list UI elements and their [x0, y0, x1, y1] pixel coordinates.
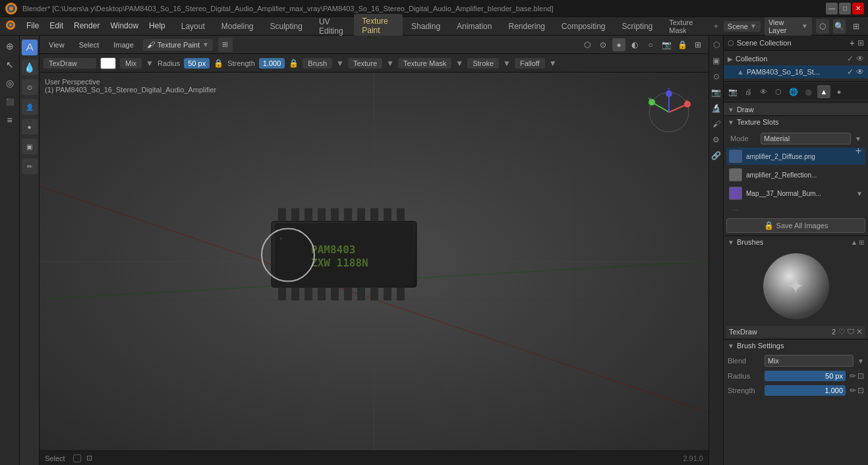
minimize-button[interactable]: — [826, 3, 838, 15]
menu-item-help[interactable]: Help [144, 18, 171, 33]
prop-mesh-icon[interactable]: ▲ [817, 85, 830, 98]
brushes-extra-icon[interactable]: ⊞ [859, 239, 864, 246]
radius-slider[interactable]: 50 px [765, 371, 846, 381]
tool-smear[interactable]: 👤 [22, 99, 38, 115]
scene-selector[interactable]: Scene ▼ [724, 21, 761, 32]
shading-solid[interactable]: ● [612, 38, 625, 51]
mode-value-selector[interactable]: Material [761, 133, 851, 144]
overlay-button[interactable]: ⊙ [596, 38, 610, 51]
radius-input[interactable]: 50 px [184, 58, 210, 69]
menu-item-window[interactable]: Window [105, 18, 144, 33]
right-sidebar-icon-1[interactable]: ⬡ [710, 38, 723, 51]
strength-slider[interactable]: 1.000 [765, 385, 846, 396]
blend-selector[interactable]: Mix [765, 355, 854, 367]
prop-render-icon[interactable]: 📷 [726, 85, 739, 98]
tool-clone[interactable]: ⊙ [22, 79, 38, 95]
blend-mode-selector[interactable]: Mix [120, 58, 142, 69]
right-sidebar-icon-5[interactable]: 🔬 [710, 102, 723, 115]
tab-compositing[interactable]: Compositing [554, 19, 614, 34]
object-item[interactable]: ▲ PAM8403_So_16_St... ✓ 👁 [724, 65, 868, 78]
sidebar-item-object[interactable]: ◎ [2, 75, 18, 91]
falloff-button[interactable]: Falloff [515, 58, 545, 69]
object-eye-icon[interactable]: 👁 [856, 67, 864, 77]
prop-view-icon[interactable]: 👁 [757, 85, 770, 98]
tab-animation[interactable]: Animation [449, 19, 500, 34]
texture-mask-dropdown[interactable]: ▼ [455, 59, 463, 68]
save-all-images-button[interactable]: 🔒 Save All Images [726, 218, 865, 233]
right-sidebar-icon-4[interactable]: 📷 [710, 86, 723, 99]
blend-dropdown-arrow[interactable]: ▼ [146, 59, 154, 68]
brushes-expand-icon[interactable]: ▲ [851, 239, 857, 246]
strength-value[interactable]: 1.000 [259, 58, 285, 69]
filter-icon[interactable]: ⊞ [850, 19, 863, 34]
brush-fav-icon[interactable]: ♡ [838, 327, 846, 336]
new-collection-button[interactable]: + [850, 38, 855, 48]
stroke-dropdown[interactable]: ▼ [503, 59, 511, 68]
tab-sculpting[interactable]: Sculpting [262, 19, 310, 34]
prop-world-icon[interactable]: 🌐 [787, 85, 800, 98]
brush-shield-icon[interactable]: 🛡 [847, 327, 855, 336]
prop-object-icon[interactable]: ◎ [802, 85, 815, 98]
tab-uv-editing[interactable]: UV Editing [311, 15, 353, 38]
tool-fill[interactable]: ● [22, 119, 38, 135]
radius-edit-icon[interactable]: ✏ [850, 371, 856, 381]
right-sidebar-icon-8[interactable]: 🔗 [710, 149, 723, 162]
radius-lock-panel-icon[interactable]: ⊡ [857, 371, 864, 381]
maximize-button[interactable]: □ [839, 3, 851, 15]
strength-lock-icon[interactable]: ⊡ [857, 386, 864, 395]
close-button[interactable]: ✕ [852, 3, 864, 15]
texture-mask-button[interactable]: Texture Mask [398, 58, 451, 69]
viewport-view-menu[interactable]: View [43, 40, 70, 50]
tool-name-dropdown[interactable]: TexDraw [43, 58, 96, 69]
tool-draw[interactable] [22, 40, 38, 55]
tool-mask[interactable]: ▣ [22, 139, 38, 154]
texture-slot-add[interactable]: + [853, 144, 864, 158]
brush-close-icon[interactable]: ✕ [856, 327, 863, 336]
brush-settings-header[interactable]: ▼ Brush Settings [724, 339, 868, 352]
menu-item-blender[interactable] [0, 17, 21, 35]
menu-item-file[interactable]: File [21, 18, 44, 33]
collection-eye-icon[interactable]: 👁 [856, 54, 864, 63]
prop-scene-icon[interactable]: ⬡ [772, 85, 785, 98]
gizmo-button[interactable]: ⬡ [581, 38, 594, 51]
viewport-image-menu[interactable]: Image [108, 40, 139, 50]
radius-lock-icon[interactable]: 🔒 [214, 59, 223, 68]
brush-dropdown[interactable]: ▼ [336, 59, 344, 68]
view-layer-selector[interactable]: View Layer ▼ [765, 17, 812, 36]
texture-slot-normal[interactable]: Map__37_Normal_Bum... ▼ [726, 185, 865, 202]
menu-item-edit[interactable]: Edit [44, 18, 69, 33]
shading-render[interactable]: ○ [644, 38, 657, 51]
search-button[interactable]: 🔍 [833, 19, 846, 34]
filter-collection-icon[interactable]: ⊞ [857, 38, 864, 47]
tab-modeling[interactable]: Modeling [214, 19, 262, 34]
lock-button[interactable]: 🔒 [676, 38, 689, 51]
tool-soften[interactable]: 💧 [22, 59, 38, 75]
texture-slot-diffuse[interactable]: amplifier_2_Diffuse.png [726, 148, 865, 165]
viewport-options[interactable]: ⊞ [218, 38, 233, 52]
right-sidebar-icon-6[interactable]: 🖌 [710, 117, 723, 131]
prop-output-icon[interactable]: 🖨 [741, 85, 755, 98]
prop-material-icon[interactable]: ● [832, 85, 846, 98]
sidebar-item-move[interactable]: ↖ [2, 57, 18, 73]
strength-lock-icon[interactable]: 🔒 [289, 59, 299, 68]
viewport-select-menu[interactable]: Select [74, 40, 105, 50]
strength-edit-icon[interactable]: ✏ [850, 386, 856, 395]
draw-section-header[interactable]: ▼ Draw [724, 104, 868, 115]
blender-logo[interactable] [4, 1, 18, 16]
tab-scripting[interactable]: Scripting [614, 19, 661, 34]
stroke-button[interactable]: Stroke [467, 58, 499, 69]
right-sidebar-icon-7[interactable]: ⚙ [710, 133, 723, 146]
tool-annotate[interactable]: ✏ [22, 158, 38, 174]
object-visibility-icon[interactable]: ✓ [847, 67, 854, 77]
tab-shading[interactable]: Shading [403, 19, 448, 34]
sidebar-item-cursor[interactable]: ⊕ [2, 38, 18, 54]
texture-dropdown[interactable]: ▼ [386, 59, 394, 68]
brush-name-row[interactable]: TexDraw 2 ♡ 🛡 ✕ [726, 326, 865, 338]
brush-color-swatch[interactable] [100, 57, 116, 69]
panel-toggle-button[interactable]: ⬡ [816, 19, 829, 34]
tab-texture-mask[interactable]: Texture Mask [661, 16, 708, 37]
brush-menu-button[interactable]: Brush [303, 58, 332, 69]
sidebar-item-properties[interactable]: ⬛ [2, 94, 18, 109]
tab-rendering[interactable]: Rendering [500, 19, 552, 34]
right-sidebar-icon-2[interactable]: ▣ [710, 54, 723, 67]
